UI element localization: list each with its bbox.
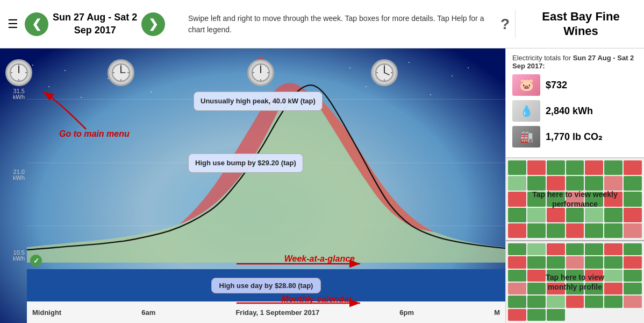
bump-tooltip[interactable]: High use bump by $29.20 (tap): [188, 153, 303, 173]
cost-stat-row: 🐷 $732: [512, 74, 638, 96]
energy-stat-row: 💧 2,840 kWh: [512, 100, 638, 122]
x-label-end: M: [494, 308, 500, 317]
header: ☰ ❮ Sun 27 Aug - Sat 2 Sep 2017 ❯ Swipe …: [0, 0, 644, 48]
title-line2: Wines: [523, 24, 639, 38]
y-label-mid: 21.0 kWh: [0, 169, 27, 181]
app-title: East Bay Fine Wines: [515, 10, 639, 38]
y-label-bot: 10.5 kWh: [0, 250, 27, 262]
cost-value: $732: [546, 80, 567, 91]
date-range: Sun 27 Aug - Sat 2 Sep 2017: [53, 11, 137, 37]
x-label-midnight: Midnight: [32, 308, 61, 317]
sidebar-stats: Electricity totals for Sun 27 Aug - Sat …: [506, 48, 644, 158]
annotation-week: Week-at-a-glance: [284, 254, 355, 264]
nav-prev-button[interactable]: ❮: [25, 12, 48, 36]
piggy-thumbnail: 🐷: [512, 74, 540, 96]
checkmark-badge: ✓: [30, 255, 42, 266]
annotation-monthly: Monthly calendar: [281, 294, 352, 304]
monthly-label: Tap here to view monthly profile: [541, 270, 609, 294]
x-label-date: Friday, 1 September 2017: [235, 308, 319, 317]
weekly-panel[interactable]: Tap here to view weekly performance: [506, 158, 644, 240]
title-line1: East Bay Fine: [523, 10, 639, 24]
y-axis: 31.5 kWh 21.0 kWh 10.5 kWh: [0, 48, 27, 301]
x-axis: Midnight 6am Friday, 1 September 2017 6p…: [27, 301, 505, 323]
energy-thumbnail: 💧: [512, 100, 540, 122]
energy-value: 2,840 kWh: [546, 106, 593, 117]
y-label-top: 31.5 kWh: [0, 88, 27, 100]
monthly-panel[interactable]: Tap here to view monthly profile: [506, 240, 644, 323]
co2-thumbnail: 🏭: [512, 126, 540, 148]
help-button[interactable]: ?: [500, 16, 510, 33]
co2-stat-row: 🏭 1,770 lb CO₂: [512, 126, 638, 148]
chart-area[interactable]: 31.5 kWh 21.0 kWh 10.5 kWh: [0, 48, 505, 323]
header-left: ☰ ❮ Sun 27 Aug - Sat 2 Sep 2017 ❯: [5, 11, 177, 37]
co2-value: 1,770 lb CO₂: [546, 131, 602, 143]
bottom-bar: High use day by $28.80 (tap): [27, 269, 505, 301]
nav-next-button[interactable]: ❯: [141, 12, 165, 36]
weekly-label: Tap here to view weekly performance: [528, 187, 621, 211]
x-label-6am: 6am: [141, 308, 155, 317]
hamburger-button[interactable]: ☰: [5, 15, 20, 33]
instructions-text: Swipe left and right to move through the…: [177, 13, 500, 36]
day-tooltip[interactable]: High use day by $28.80 (tap): [211, 278, 321, 293]
peak-tooltip[interactable]: Unusually high peak, 40.0 kW (tap): [194, 92, 323, 111]
sidebar-period-label: Electricity totals for Sun 27 Aug - Sat …: [512, 54, 638, 70]
main-content: 31.5 kWh 21.0 kWh 10.5 kWh: [0, 48, 644, 323]
x-label-6pm: 6pm: [399, 308, 414, 317]
annotation-main-menu: Go to main menu: [59, 129, 130, 139]
sidebar: Electricity totals for Sun 27 Aug - Sat …: [505, 48, 644, 323]
